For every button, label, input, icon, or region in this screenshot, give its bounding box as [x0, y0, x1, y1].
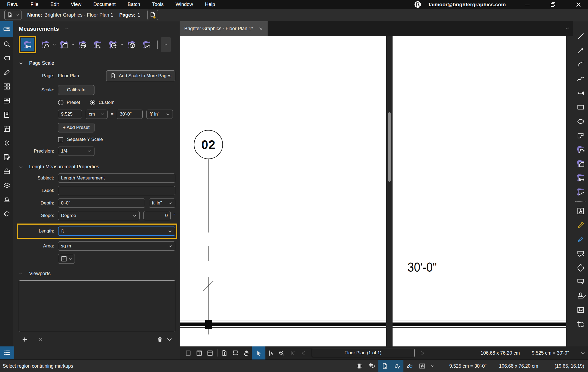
slope-type-select[interactable]: Degree [58, 211, 140, 220]
sidebar-tab-thumbnails[interactable] [0, 79, 13, 94]
tool-meas-diameter[interactable] [76, 38, 88, 51]
scrollbar-thumb[interactable] [388, 112, 391, 182]
fit-page-button[interactable] [219, 346, 230, 359]
tab-floor-plan[interactable]: Brighter Graphics - Floor Plan 1* [180, 21, 268, 36]
menu-view[interactable]: View [71, 2, 81, 7]
sidebar-tab-summary[interactable] [0, 150, 13, 164]
tool-meas-count[interactable] [140, 38, 153, 51]
chevron-down-icon[interactable] [431, 364, 435, 368]
previous-page-button[interactable] [298, 346, 309, 359]
canvas-vertical-scrollbar[interactable] [386, 36, 393, 346]
markup-tool-polyline[interactable] [573, 72, 588, 86]
add-scale-to-more-pages-button[interactable]: Add Scale to More Pages [106, 70, 175, 81]
chevron-down-icon[interactable] [71, 43, 75, 46]
sidebar-tab-ruler[interactable] [0, 21, 13, 37]
page-scale-header[interactable]: Page Scale [19, 60, 175, 66]
depth-unit-select[interactable]: ft' in" [149, 199, 175, 208]
precision-select[interactable]: 1/4 [58, 147, 94, 156]
tool-meas-angle[interactable] [91, 38, 104, 51]
markups-list-toggle[interactable] [0, 346, 14, 359]
sidebar-tab-pen[interactable] [0, 65, 13, 79]
markup-tool-arc[interactable] [573, 58, 588, 72]
markup-tool-polygon[interactable] [573, 128, 588, 142]
add-preset-button[interactable]: + Add Preset [58, 123, 94, 132]
reuse-markup-toggle[interactable] [403, 360, 416, 372]
sidebar-tab-library[interactable] [0, 193, 13, 207]
appearance-style-button[interactable] [58, 254, 75, 264]
menu-document[interactable]: Document [93, 2, 116, 7]
custom-radio[interactable] [90, 100, 95, 105]
menu-window[interactable]: Window [176, 2, 193, 7]
chevron-down-icon[interactable] [65, 27, 69, 31]
markup-tool-snapshot[interactable] [573, 317, 588, 331]
markup-tool-meas-polylength[interactable] [573, 142, 588, 157]
menu-help[interactable]: Help [205, 2, 215, 7]
split-horizontal-button[interactable] [204, 346, 215, 359]
markup-tool-highlighter[interactable] [573, 218, 588, 232]
markup-tool-image[interactable] [573, 303, 588, 317]
chevron-down-icon[interactable] [166, 336, 173, 343]
markup-tool-callout-arrow[interactable] [573, 275, 588, 289]
snap-to-content-toggle[interactable] [378, 360, 391, 372]
sidebar-tab-tag[interactable] [0, 51, 13, 65]
toolbar-overflow-chevron-icon[interactable] [581, 351, 585, 355]
markup-tool-pen-blue[interactable] [573, 232, 588, 246]
page-navigation-field[interactable]: Floor Plan (1 of 1) [312, 349, 415, 357]
snap-to-grid-toggle[interactable] [366, 360, 378, 372]
delete-trash-button[interactable] [157, 336, 163, 343]
calibrate-button[interactable]: Calibrate [58, 85, 94, 95]
scale-unit-select[interactable]: cm [86, 110, 108, 119]
menu-edit[interactable]: Edit [50, 2, 59, 7]
dimension-text[interactable]: 30'-0" [408, 260, 437, 275]
viewports-list[interactable] [19, 280, 175, 332]
tab-close-icon[interactable] [259, 26, 263, 31]
viewports-header[interactable]: Viewports [19, 271, 175, 277]
markup-tool-cloud[interactable] [573, 261, 588, 275]
sidebar-tab-search[interactable] [0, 37, 13, 51]
sidebar-tab-gear[interactable] [0, 136, 13, 150]
menu-batch[interactable]: Batch [128, 2, 140, 7]
chevron-down-icon[interactable] [120, 43, 124, 46]
label-input[interactable] [58, 186, 175, 195]
menu-tools[interactable]: Tools [152, 2, 164, 7]
markup-tool-arrow[interactable] [573, 44, 588, 58]
tab-list-chevron-icon[interactable] [565, 26, 570, 31]
depth-input[interactable] [58, 199, 145, 208]
remove-viewport-button[interactable] [38, 336, 44, 343]
sidebar-tab-layers[interactable] [0, 178, 13, 193]
chevron-down-icon[interactable] [53, 43, 56, 46]
sync-views-toggle[interactable] [416, 360, 428, 372]
grid-toggle[interactable] [353, 360, 366, 372]
tool-meas-radius[interactable] [106, 38, 119, 51]
snap-to-markup-toggle[interactable] [391, 360, 403, 372]
menu-file[interactable]: File [30, 2, 38, 7]
account-email[interactable]: taimoor@brightergraphics.com [428, 2, 506, 8]
markup-tool-meas-count[interactable] [573, 185, 588, 199]
tool-meas-polylength[interactable] [39, 38, 51, 51]
markup-tool-callout[interactable] [573, 246, 588, 261]
area-unit-select[interactable]: sq m [58, 241, 175, 251]
markup-tool-meas-length[interactable] [573, 171, 588, 185]
scale-value-input[interactable] [58, 110, 82, 119]
chevron-down-icon[interactable] [580, 292, 588, 300]
tool-meas-length[interactable] [21, 38, 34, 51]
minimize-button[interactable] [524, 1, 531, 8]
markup-tool-ellipse[interactable] [573, 114, 588, 128]
zoom-button[interactable] [276, 346, 287, 359]
add-page-button[interactable] [147, 10, 158, 20]
drawing-canvas[interactable]: 02 30'-0" [180, 36, 566, 346]
select-button[interactable] [252, 346, 265, 359]
add-viewport-button[interactable] [22, 336, 28, 343]
length-unit-select[interactable]: ft [58, 227, 175, 236]
sidebar-tab-spaces[interactable] [0, 122, 13, 136]
markup-tool-meas-area[interactable] [573, 157, 588, 171]
split-vertical-button[interactable] [194, 346, 204, 359]
sidebar-tab-toolbox[interactable] [0, 164, 13, 178]
sidebar-tab-model3d[interactable] [0, 207, 13, 221]
tool-meas-volume[interactable] [125, 38, 137, 51]
sidebar-tab-drawer[interactable] [0, 94, 13, 108]
markup-tool-dim-line[interactable] [573, 86, 588, 100]
next-page-button[interactable] [417, 346, 428, 359]
close-button[interactable] [575, 1, 582, 8]
tool-meas-area[interactable] [57, 38, 70, 51]
